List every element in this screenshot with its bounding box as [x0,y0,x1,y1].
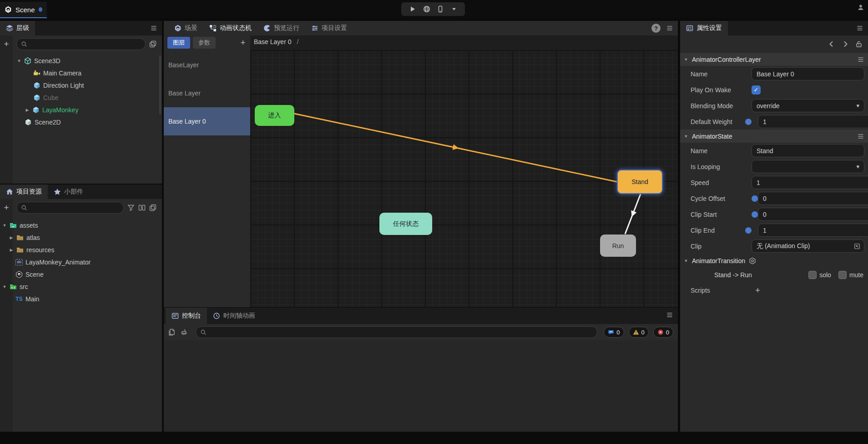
state-node-enter[interactable]: 进入 [255,105,294,126]
section-animator-controller-layer[interactable]: ▼ AnimatorControllerLayer [680,53,868,66]
editor-menu-icon[interactable] [666,25,673,32]
web-preview-button[interactable] [423,5,430,13]
tab-hierarchy[interactable]: 层级 [0,21,35,35]
tree-item-main-camera[interactable]: Main Camera [0,67,162,79]
nav-back-icon[interactable] [828,40,835,48]
layers-mode-button[interactable]: 图层 [167,37,190,49]
asset-add-button[interactable]: + [0,203,13,213]
state-node-stand-selected[interactable]: Stand [617,170,663,194]
state-node-run[interactable]: Run [600,234,636,257]
collapse-arrow-icon[interactable]: ▼ [2,223,7,228]
state-name-input[interactable] [752,144,864,157]
section-animator-state[interactable]: ▼ AnimatorState [680,130,868,143]
expand-arrow-icon[interactable]: ▶ [9,235,14,240]
copy-log-icon[interactable] [168,329,176,336]
console-search-input[interactable] [196,326,597,338]
state-machine-canvas[interactable]: Base Layer 0 / 进入 Stand 任何状态 Run [250,35,678,307]
console-output[interactable] [164,340,678,430]
parameters-mode-button[interactable]: 参数 [193,37,216,49]
tab-project-settings[interactable]: 项目设置 [305,21,353,35]
tree-item-direction-light[interactable]: Direction Light [0,79,162,91]
slider-thumb[interactable] [752,211,758,218]
error-count-badge[interactable]: 0 [653,327,673,338]
play-on-wake-checkbox[interactable] [752,85,761,95]
collapse-arrow-icon[interactable]: ▼ [2,284,7,289]
cycle-offset-input[interactable] [758,192,868,205]
solo-checkbox[interactable] [808,271,817,279]
hierarchy-search-input[interactable] [16,38,146,50]
default-weight-input[interactable] [758,115,868,128]
hierarchy-menu-icon[interactable] [150,25,157,32]
asset-item-layamonkey-animator[interactable]: 3D LayaMonkey_Animator [0,256,162,268]
help-icon[interactable] [651,24,661,33]
transition-settings-icon[interactable] [749,257,756,264]
asset-item-resources[interactable]: ▶ resources [0,244,162,256]
clip-start-input[interactable] [758,208,868,221]
user-account-icon[interactable] [857,4,864,11]
preview-options-caret-icon[interactable] [451,6,457,12]
tab-scene-view[interactable]: 场景 [168,21,203,35]
duplicate-icon[interactable] [149,204,156,211]
clip-end-input[interactable] [758,224,868,237]
console-menu-icon[interactable] [666,311,673,319]
scene-document-tab[interactable]: Scene [0,2,47,18]
tree-item-layamonkey[interactable]: ▶ LayaMonkey [0,104,162,116]
layer-item-selected[interactable]: Base Layer 0 [164,107,250,135]
nav-forward-icon[interactable] [842,40,849,48]
asset-item-src[interactable]: ▼ src [0,280,162,293]
add-script-button[interactable]: + [755,285,760,295]
add-layer-button[interactable]: + [237,38,248,48]
hierarchy-add-button[interactable]: + [0,39,13,49]
tree-item-scene3d[interactable]: ▼ Scene3D [0,55,162,67]
duplicate-icon[interactable] [149,40,156,48]
split-columns-icon[interactable] [138,204,146,211]
asset-item-main[interactable]: TS Main [0,293,162,305]
blending-mode-select[interactable]: override [752,99,864,112]
tab-console[interactable]: 控制台 [166,308,207,324]
mobile-preview-button[interactable] [437,5,444,13]
warning-count-badge[interactable]: 0 [629,327,649,338]
play-button[interactable] [409,5,416,13]
transition-route-label[interactable]: Stand -> Run [714,271,752,279]
transition-stand-to-run[interactable] [625,194,641,234]
collapse-arrow-icon[interactable]: ▼ [17,59,21,63]
transition-edges[interactable] [250,35,678,307]
slider-thumb[interactable] [745,119,752,125]
expand-arrow-icon[interactable]: ▶ [9,248,14,252]
mute-checkbox[interactable] [838,271,847,279]
filter-icon[interactable] [127,204,135,211]
lock-icon[interactable] [855,40,863,48]
layer-item[interactable]: BaseLayer [164,51,250,79]
tab-project-resources[interactable]: 项目资源 [0,185,48,199]
hierarchy-scrollbar[interactable] [159,55,161,115]
slider-thumb[interactable] [745,227,752,234]
expand-arrow-icon[interactable]: ▶ [25,108,30,112]
layer-item[interactable]: Base Layer [164,79,250,107]
tab-widgets[interactable]: 小部件 [48,185,89,199]
state-node-any-state[interactable]: 任何状态 [379,213,432,235]
layer-name-input[interactable] [752,67,864,80]
asset-item-scene[interactable]: Scene [0,268,162,280]
clip-reference-field[interactable]: 无 (Animation Clip) [752,239,864,253]
tab-preview-run[interactable]: 预览运行 [257,21,305,35]
tab-properties[interactable]: 属性设置 [680,21,728,35]
tab-animator-state-machine[interactable]: 动画状态机 [203,21,257,35]
speed-input[interactable] [752,176,868,189]
asset-item-atlas[interactable]: ▶ atlas [0,231,162,244]
transition-enter-to-stand[interactable] [294,114,617,182]
clear-console-broom-icon[interactable] [180,329,187,336]
tree-item-scene2d[interactable]: Scene2D [0,116,162,128]
log-count-badge[interactable]: 0 [604,327,624,338]
asset-search-input[interactable] [16,202,124,214]
section-menu-icon[interactable] [857,133,864,140]
breadcrumb-layer[interactable]: Base Layer 0 [254,38,292,45]
tree-item-cube[interactable]: Cube [0,91,162,104]
section-menu-icon[interactable] [857,56,864,63]
section-animator-transition[interactable]: ▼ AnimatorTransition [680,254,868,267]
inspector-menu-icon[interactable] [856,25,863,32]
is-looping-select[interactable] [752,160,864,173]
slider-thumb[interactable] [752,195,758,202]
asset-item-assets[interactable]: ▼ assets [0,219,162,231]
object-picker-icon[interactable] [854,243,860,249]
tab-timeline-animation[interactable]: 时间轴动画 [207,308,261,324]
